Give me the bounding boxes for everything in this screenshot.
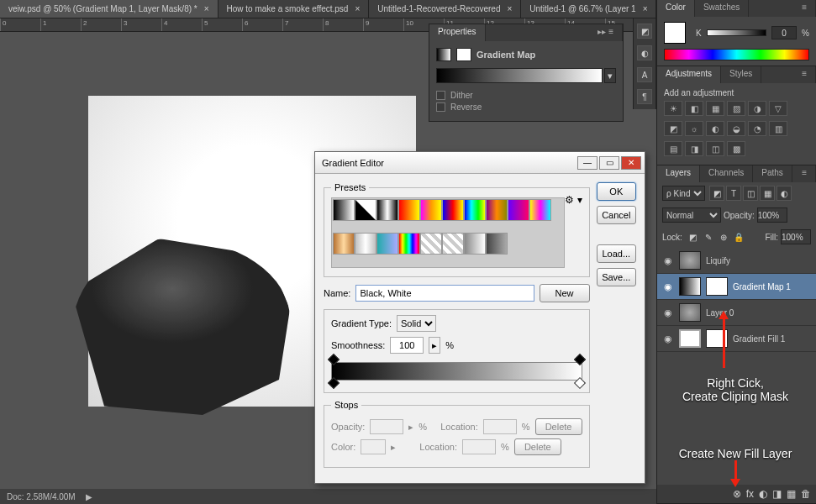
layer-thumbnail[interactable] bbox=[679, 277, 701, 296]
close-icon[interactable]: × bbox=[643, 4, 648, 13]
load-button[interactable]: Load... bbox=[597, 244, 636, 263]
layers-footer-icon[interactable]: fx bbox=[746, 488, 754, 500]
maximize-button[interactable]: ▭ bbox=[599, 156, 619, 170]
tab-layers[interactable]: Layers bbox=[657, 165, 700, 182]
doc-tab-3[interactable]: Untitled-1 @ 66.7% (Layer 1× bbox=[521, 0, 656, 18]
collapsed-panel-icon[interactable]: ◐ bbox=[637, 45, 652, 60]
gradient-preset[interactable] bbox=[376, 199, 398, 221]
adjustment-icon[interactable]: ▥ bbox=[769, 121, 787, 136]
layer-thumbnail[interactable] bbox=[679, 303, 701, 322]
gradient-preset[interactable] bbox=[464, 233, 486, 255]
doc-tab-0[interactable]: veiw.psd @ 50% (Gradient Map 1, Layer Ma… bbox=[0, 0, 218, 18]
layer-row[interactable]: ◉ Gradient Map 1 bbox=[657, 274, 816, 300]
lock-icon[interactable]: ✎ bbox=[702, 230, 715, 244]
gear-icon[interactable]: ⚙ ▾ bbox=[565, 194, 582, 206]
layer-filter-kind[interactable]: ρ Kind bbox=[662, 186, 705, 201]
smoothness-input[interactable] bbox=[390, 337, 424, 354]
visibility-eye-icon[interactable]: ◉ bbox=[662, 281, 674, 292]
doc-tab-1[interactable]: How to make a smoke effect.psd× bbox=[218, 0, 370, 18]
adjustment-icon[interactable]: ▽ bbox=[769, 101, 787, 116]
gradient-preset[interactable] bbox=[398, 233, 420, 255]
lock-icon[interactable]: 🔒 bbox=[732, 230, 745, 244]
color-spectrum-bar[interactable] bbox=[664, 49, 809, 60]
foreground-color-swatch[interactable] bbox=[664, 22, 686, 44]
layer-name[interactable]: Gradient Fill 1 bbox=[733, 334, 785, 344]
close-icon[interactable]: × bbox=[204, 4, 209, 13]
opacity-input[interactable] bbox=[757, 207, 787, 223]
adjustment-icon[interactable]: ▤ bbox=[664, 141, 682, 156]
gradient-bar-editor[interactable] bbox=[331, 362, 582, 381]
visibility-eye-icon[interactable]: ◉ bbox=[662, 333, 674, 344]
layers-footer-icon[interactable]: 🗑 bbox=[801, 488, 811, 500]
new-button[interactable]: New bbox=[540, 284, 590, 302]
layer-name[interactable]: Gradient Map 1 bbox=[733, 282, 791, 291]
doc-tab-2[interactable]: Untitled-1-Recovered-Recovered× bbox=[369, 0, 521, 18]
collapsed-panel-icon[interactable]: ¶ bbox=[637, 89, 652, 104]
layer-name[interactable]: Layer 0 bbox=[706, 308, 734, 318]
gradient-preset[interactable] bbox=[376, 233, 398, 255]
gradient-dropdown-icon[interactable]: ▾ bbox=[604, 68, 616, 83]
gradient-preset[interactable] bbox=[508, 199, 529, 221]
gradient-preset[interactable] bbox=[464, 199, 486, 221]
gradient-preset[interactable] bbox=[420, 199, 442, 221]
ok-button[interactable]: OK bbox=[597, 182, 636, 201]
panel-menu-icon[interactable]: ≡ bbox=[793, 66, 816, 83]
tab-adjustments[interactable]: Adjustments bbox=[657, 66, 721, 83]
adjustment-icon[interactable]: ◩ bbox=[664, 121, 682, 136]
close-button[interactable]: ✕ bbox=[621, 156, 641, 170]
gradient-preset[interactable] bbox=[355, 233, 376, 255]
fill-input[interactable] bbox=[781, 229, 811, 244]
gradient-preset[interactable] bbox=[486, 233, 508, 255]
gradient-bar[interactable] bbox=[331, 362, 582, 381]
properties-tab[interactable]: Properties bbox=[429, 24, 486, 41]
adjustment-icon[interactable]: ◑ bbox=[748, 101, 766, 116]
status-caret-icon[interactable]: ▶ bbox=[86, 492, 92, 501]
gradient-preview-bar[interactable] bbox=[436, 68, 603, 83]
layer-row[interactable]: ◉ Gradient Fill 1 bbox=[657, 326, 816, 352]
close-icon[interactable]: × bbox=[507, 4, 512, 13]
k-slider[interactable] bbox=[707, 29, 766, 36]
save-button[interactable]: Save... bbox=[597, 268, 636, 286]
tab-paths[interactable]: Paths bbox=[753, 165, 792, 182]
gradient-type-select[interactable]: Solid bbox=[397, 315, 436, 332]
layers-footer-icon[interactable]: ▦ bbox=[787, 488, 796, 500]
gradient-preset[interactable] bbox=[398, 199, 420, 221]
adjustment-icon[interactable]: ◫ bbox=[706, 141, 724, 156]
layer-filter-icon[interactable]: ▦ bbox=[760, 186, 775, 201]
layers-footer-icon[interactable]: ◐ bbox=[759, 488, 767, 500]
adjustment-icon[interactable]: ◐ bbox=[706, 121, 724, 136]
gradient-preset[interactable] bbox=[442, 233, 464, 255]
collapsed-panel-icon[interactable]: A bbox=[637, 67, 652, 82]
adjustment-icon[interactable]: ◔ bbox=[748, 121, 766, 136]
tab-channels[interactable]: Channels bbox=[700, 165, 753, 182]
layer-thumbnail[interactable] bbox=[679, 251, 701, 270]
tab-color[interactable]: Color bbox=[657, 0, 695, 17]
close-icon[interactable]: × bbox=[355, 4, 360, 13]
tab-styles[interactable]: Styles bbox=[721, 66, 761, 83]
k-value-input[interactable] bbox=[771, 26, 797, 39]
adjustment-icon[interactable]: ◒ bbox=[727, 121, 745, 136]
adjustment-icon[interactable]: ☀ bbox=[664, 101, 682, 116]
properties-panel[interactable]: Properties ▸▸ ≡ Gradient Map ▾ Dither Re… bbox=[429, 24, 624, 122]
layers-footer-icon[interactable]: ⊗ bbox=[733, 488, 741, 500]
layer-thumbnail[interactable] bbox=[679, 329, 701, 348]
minimize-button[interactable]: — bbox=[577, 156, 598, 170]
adjustment-icon[interactable]: ◧ bbox=[685, 101, 703, 116]
panel-menu-icon[interactable]: ≡ bbox=[793, 0, 816, 17]
gradient-editor-dialog[interactable]: Gradient Editor — ▭ ✕ Presets ⚙ ▾ Name: … bbox=[314, 151, 645, 484]
adjustment-icon[interactable]: ▩ bbox=[727, 141, 745, 156]
layer-filter-icon[interactable]: ◐ bbox=[777, 186, 792, 201]
adjustment-icon[interactable]: ◨ bbox=[685, 141, 703, 156]
layer-row[interactable]: ◉ Layer 0 bbox=[657, 300, 816, 326]
layer-mask-thumbnail[interactable] bbox=[706, 277, 728, 296]
panel-menu-icon[interactable]: ≡ bbox=[793, 165, 816, 182]
gradient-preset[interactable] bbox=[333, 199, 355, 221]
cancel-button[interactable]: Cancel bbox=[597, 206, 636, 224]
gradient-preset[interactable] bbox=[420, 233, 442, 255]
panel-menu-icon[interactable]: ▸▸ ≡ bbox=[589, 24, 623, 41]
visibility-eye-icon[interactable]: ◉ bbox=[662, 255, 674, 266]
gradient-preset[interactable] bbox=[442, 199, 464, 221]
gradient-name-input[interactable] bbox=[355, 285, 534, 302]
gradient-preset[interactable] bbox=[355, 199, 376, 221]
gradient-preset[interactable] bbox=[486, 199, 508, 221]
